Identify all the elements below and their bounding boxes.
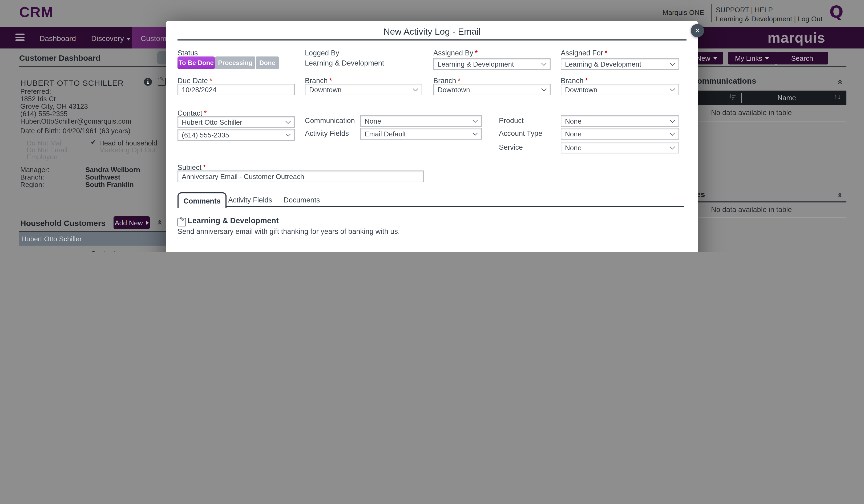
product-select[interactable]: None [561, 115, 679, 127]
comment-author: Learning & Development [188, 216, 279, 225]
chevron-right-icon [146, 221, 149, 225]
menu-icon[interactable] [15, 34, 25, 42]
service-label: Service [499, 143, 523, 151]
account-type-select[interactable]: None [561, 128, 679, 139]
status-done-button[interactable]: Done [256, 57, 279, 69]
divider [178, 39, 686, 40]
due-date-input[interactable]: 10/28/2024 [178, 84, 295, 95]
assigned-by-select[interactable]: Learning & Development [433, 58, 551, 70]
customer-name: HUBERT OTTO SCHILLER [20, 78, 124, 87]
flag-employee: Employee [27, 153, 58, 161]
new-activity-log-modal: New Activity Log - Email Status To Be Do… [166, 21, 698, 252]
account-type-label: Account Type [499, 130, 542, 137]
assigned-for-label: Assigned For* [561, 49, 608, 57]
communications-title: ommunications [697, 76, 756, 85]
region-label: Region: [20, 181, 44, 188]
address-line1: 1852 Iris Ct [20, 95, 56, 103]
communication-select[interactable]: None [360, 115, 482, 127]
learning-logout-links[interactable]: Learning & Development | Log Out [716, 15, 823, 23]
support-help-links[interactable]: SUPPORT | HELP [716, 6, 773, 14]
page-title: Customer Dashboard [19, 53, 100, 62]
branch3-select[interactable]: Downtown [561, 84, 679, 95]
check-icon: ✔ [91, 138, 96, 146]
chevron-down-icon [713, 57, 717, 59]
search-icon[interactable]: Q [829, 2, 843, 21]
nav-item-discovery[interactable]: Discovery [91, 34, 131, 42]
assigned-by-label: Assigned By* [433, 49, 478, 57]
customer-dob: Date of Birth: 04/20/1961 (63 years) [20, 127, 130, 135]
tab-activity-fields[interactable]: Activity Fields [228, 196, 272, 204]
empty-table-text: No data available in table [711, 109, 792, 117]
sort-icon[interactable]: ↑↓ [833, 94, 841, 100]
service-select[interactable]: None [561, 142, 679, 153]
communication-label: Communication [305, 117, 355, 125]
region-value: South Franklin [85, 181, 134, 188]
chevron-down-icon [127, 38, 131, 40]
manager-value: Sandra Wellborn [85, 166, 140, 174]
branch-label: Branch: [20, 173, 44, 181]
status-to-be-done-button[interactable]: To Be Done [178, 57, 215, 69]
tab-comments[interactable]: Comments [178, 192, 227, 208]
comment-edit-icon: ✎ [178, 218, 186, 226]
customer-email[interactable]: HubertOttoSchiller@gomarquis.com [20, 117, 131, 125]
subject-input[interactable]: Anniversary Email - Customer Outreach [178, 171, 424, 182]
empty-table-text: No data available in table [711, 206, 792, 214]
preferred-label: Preferred: [20, 87, 51, 95]
crm-logo: CRM [19, 4, 53, 21]
status-label: Status [178, 49, 198, 57]
status-processing-button[interactable]: Processing [215, 57, 255, 69]
marquis-brand-logo: marquis [768, 30, 825, 46]
contact-phone-select[interactable]: (614) 555-2335 [178, 129, 295, 141]
product-label: Product [499, 117, 524, 125]
assigned-for-select[interactable]: Learning & Development [561, 58, 679, 70]
my-links-button[interactable]: My Links [728, 52, 776, 64]
household-customers-title: Household Customers [20, 219, 106, 228]
flag-marketing-opt-out: Marketing Opt Out [99, 146, 156, 154]
product-name-link[interactable]: Marquis ONE [662, 9, 704, 16]
topbar-divider [711, 4, 712, 22]
collapse-icon[interactable]: » [835, 79, 844, 85]
collapse-icon[interactable]: » [835, 193, 844, 198]
logged-by-label: Logged By [305, 49, 339, 57]
column-header-name[interactable]: Name [742, 94, 831, 102]
logged-by-value: Learning & Development [305, 59, 384, 67]
activity-fields-label: Activity Fields [305, 130, 349, 137]
customer-phone: (614) 555-2335 [20, 110, 68, 118]
edit-icon[interactable]: ✎ [158, 78, 166, 86]
activity-fields-select[interactable]: Email Default [360, 128, 482, 139]
tab-underline [178, 206, 684, 207]
branch2-select[interactable]: Downtown [433, 84, 551, 95]
modal-title: New Activity Log - Email [166, 27, 698, 37]
collapse-icon[interactable]: » [154, 220, 165, 225]
add-new-button[interactable]: Add New [113, 216, 150, 229]
manager-label: Manager: [20, 166, 50, 174]
close-icon[interactable]: ✕ [691, 24, 704, 37]
contact-select[interactable]: Hubert Otto Schiller [178, 116, 295, 128]
comment-text: Send anniversary email with gift thankin… [178, 228, 400, 235]
address-line2: Grove City, OH 43123 [20, 102, 88, 110]
chevron-down-icon [765, 57, 769, 59]
screen: CRM Marquis ONE SUPPORT | HELP Learning … [0, 0, 864, 252]
nav-item-dashboard[interactable]: Dashboard [39, 34, 76, 42]
info-icon[interactable]: i [144, 78, 152, 86]
branch-value: Southwest [85, 173, 120, 181]
tab-documents[interactable]: Documents [284, 196, 320, 204]
contacts-label: Contacts [91, 250, 119, 252]
search-button[interactable]: Search [776, 52, 828, 64]
branch1-select[interactable]: Downtown [305, 84, 422, 95]
